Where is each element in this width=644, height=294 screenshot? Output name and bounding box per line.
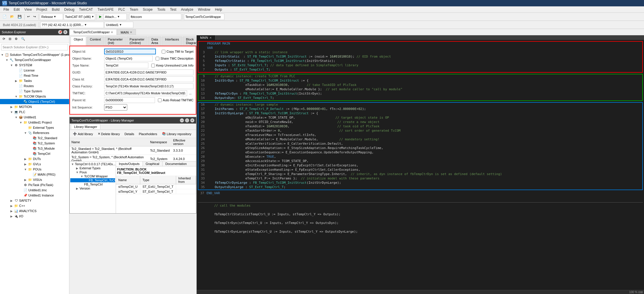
tree-typesystem[interactable]: 📄 Type System: [0, 89, 69, 94]
obj-parentid-field[interactable]: [104, 97, 155, 103]
lib-minimize-btn[interactable]: —: [180, 118, 184, 122]
tree-untitled1[interactable]: ▼ 📦 Untitled1: [0, 115, 69, 120]
tab-object[interactable]: Object: [71, 36, 86, 45]
menu-twincat[interactable]: TwinCAT: [77, 7, 95, 12]
sol-sync-btn[interactable]: ⟳: [1, 36, 7, 42]
tab-context[interactable]: Context: [87, 36, 104, 45]
lib-tree-root[interactable]: ▼ TempCtrl 0.0.0.17 (TE140x...: [70, 162, 115, 166]
obj-classid-field[interactable]: [104, 76, 193, 82]
doc-tab-main-close[interactable]: ✕: [130, 31, 132, 34]
tree-gvls[interactable]: ▶ 📁 GVLs: [0, 161, 69, 167]
menu-window[interactable]: Window: [196, 7, 213, 12]
platform-dropdown[interactable]: TwinCAT RT (x86) ▾: [64, 14, 95, 20]
solution-search-input[interactable]: [1, 44, 68, 50]
doc-tab-wrapper[interactable]: TempContTcComWrapper ✕: [69, 29, 117, 35]
lib-tree-version[interactable]: ▶ Version: [70, 186, 115, 190]
tree-untitled1-instance[interactable]: 📌 Untitled1 Instance: [0, 193, 69, 198]
toolbar-open[interactable]: 📂: [9, 14, 16, 20]
obj-classfactory-field[interactable]: [104, 83, 193, 89]
obj-tmtmc-field[interactable]: [104, 90, 187, 96]
menu-plc[interactable]: PLC: [116, 7, 127, 12]
lib-docs-tab[interactable]: Documentation: [163, 161, 190, 166]
tree-solution[interactable]: ▼ 📋 Solution 'TempContTcComWrapper' (1 p…: [0, 52, 69, 57]
tree-duts[interactable]: ▶ 📁 DUTs: [0, 156, 69, 161]
toolbar-undo[interactable]: ↩: [26, 14, 31, 20]
attach-dropdown[interactable]: Attach... ▾: [104, 14, 127, 20]
menu-project[interactable]: Project: [34, 7, 49, 12]
lib-tree-pous[interactable]: ▼ Pous: [70, 170, 115, 174]
project-dropdown[interactable]: TempContTcComWrappe: [184, 14, 224, 20]
code-tab-main[interactable]: MAIN ✕: [197, 35, 215, 40]
close-panel-button[interactable]: ✕: [63, 30, 67, 34]
tree-project[interactable]: ▼ 🔧 TempContTcComWrapper: [0, 57, 69, 63]
tree-tc2sys[interactable]: 📚 Tc2_System: [0, 141, 69, 146]
tree-analytics[interactable]: ▶ 📊 ANALYTICS: [0, 208, 69, 214]
tree-tc3mod[interactable]: 📚 Tc3_Module: [0, 146, 69, 151]
instance-dropdown[interactable]: Untitled1 ▾: [104, 22, 133, 28]
doc-tab-close[interactable]: ✕: [111, 31, 113, 34]
config-dropdown[interactable]: Release ▾: [40, 14, 63, 20]
toolbar-start[interactable]: ▶: [98, 14, 103, 20]
tree-tmc-file[interactable]: 📄 Untitled1.tmc: [0, 188, 69, 193]
tree-realtime[interactable]: 📄 Real-Time: [0, 73, 69, 78]
menu-debug[interactable]: Debug: [62, 7, 77, 12]
lib-detail-row[interactable]: stTempCtrl_Y ST_ExtY_TempCtrl_T: [116, 189, 196, 194]
menu-build[interactable]: Build: [49, 7, 62, 12]
menu-file[interactable]: File: [1, 7, 11, 12]
tree-references[interactable]: ▼ 📎 References: [0, 130, 69, 135]
tab-data-area[interactable]: Data Area: [148, 36, 161, 45]
toolbar-save[interactable]: 💾: [16, 14, 23, 20]
tree-pous[interactable]: ▼ 📁 POUs: [0, 167, 69, 172]
lib-tree-wrapper[interactable]: ▼ TcCOM Wrapper: [70, 174, 115, 178]
lib-inputs-tab[interactable]: Inputs/Outputs: [116, 161, 143, 166]
tree-pictask[interactable]: ⚙ PicTask (PicTask): [0, 182, 69, 188]
menu-analyze[interactable]: Analyze: [179, 7, 196, 12]
menu-test[interactable]: Test: [168, 7, 179, 12]
tree-tccom[interactable]: ▼ 📁 TcCOM Objects: [0, 94, 69, 99]
menu-view[interactable]: View: [22, 7, 34, 12]
menu-tools[interactable]: Tools: [155, 7, 168, 12]
menu-help[interactable]: Help: [213, 7, 224, 12]
sol-filter-btn[interactable]: 🔍: [20, 36, 27, 42]
menu-team[interactable]: Team: [127, 7, 140, 12]
share-tmc-checkbox[interactable]: [156, 57, 159, 60]
tree-tc2std[interactable]: 📚 Tc2_Standard: [0, 135, 69, 141]
menu-scope[interactable]: Scope: [141, 7, 155, 12]
copy-tmi-checkbox[interactable]: [162, 50, 165, 54]
tree-visus[interactable]: ▶ 📁 VISUs: [0, 177, 69, 182]
lib-maximize-btn[interactable]: □: [185, 118, 189, 122]
lib-repository-btn[interactable]: 📚 Library repository: [160, 131, 193, 137]
lib-row[interactable]: Tc2_System = Tc2_System, * (Beckhoff Aut…: [70, 155, 196, 161]
lib-close-btn[interactable]: ✕: [190, 118, 194, 122]
tree-external-types[interactable]: 📁 External Types: [0, 125, 69, 130]
tree-safety[interactable]: ▶ 🛡 SAFETY: [0, 198, 69, 203]
sol-props-btn[interactable]: ⚙: [13, 36, 19, 42]
tree-tasks[interactable]: ▶ 📁 Tasks: [0, 78, 69, 83]
add-library-btn[interactable]: ➕ Add library: [71, 131, 95, 137]
obj-guid-field[interactable]: [104, 69, 193, 75]
tree-tempctrl-ref[interactable]: 📚 TempCtrl: [0, 151, 69, 156]
menu-twinsafe[interactable]: TwinSAFE: [95, 7, 116, 12]
tree-motion[interactable]: ▶ 📁 MOTION: [0, 104, 69, 109]
obj-type-field[interactable]: [104, 63, 148, 68]
init-sequence-select[interactable]: PSO: [104, 104, 127, 111]
tree-object1[interactable]: 🔩 Object1 (TempCtrl): [0, 99, 69, 104]
lib-detail-row[interactable]: stTempCtrl_U ST_ExtU_TempCtrl_T: [116, 184, 196, 189]
details-btn[interactable]: Details: [122, 131, 136, 137]
obj-id-field[interactable]: [104, 49, 156, 54]
search-toolbar[interactable]: [129, 14, 181, 20]
lib-row[interactable]: Tc2_Standard = Tc2_Standard, * (Beckhoff…: [70, 146, 196, 155]
doc-tab-main[interactable]: MAIN ✕: [117, 29, 136, 35]
tab-param-init[interactable]: Parameter (Init): [105, 36, 126, 45]
tree-system[interactable]: ▼ ⚙ SYSTEM: [0, 63, 69, 68]
menu-edit[interactable]: Edit: [11, 7, 22, 12]
toolbar-redo[interactable]: ↪: [32, 14, 37, 20]
tree-io[interactable]: ▶ 🔌 I/O: [0, 214, 69, 219]
tab-interfaces[interactable]: Interfaces: [162, 36, 182, 45]
toolbar-new[interactable]: 📄: [1, 14, 8, 20]
placeholders-btn[interactable]: Placeholders: [137, 131, 159, 137]
lib-graphical-tab[interactable]: Graphical: [143, 161, 163, 166]
obj-name-field[interactable]: [104, 56, 153, 61]
lib-tree-ext[interactable]: ▶ External Types: [70, 166, 115, 170]
lib-tree-fb-selected[interactable]: FB_TempCtrl_TcCOM...: [70, 178, 115, 182]
